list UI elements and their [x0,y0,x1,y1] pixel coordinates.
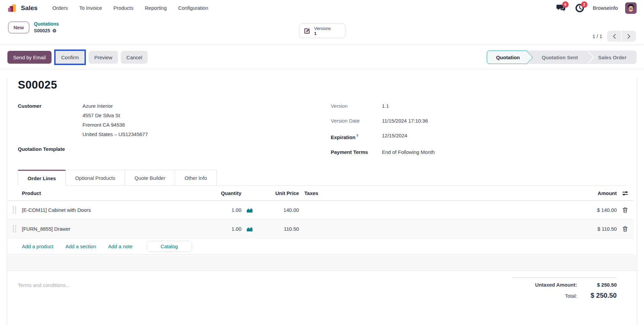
total-value: $ 250.50 [577,292,617,299]
new-button[interactable]: New [8,22,29,33]
nav-menu-reporting[interactable]: Reporting [145,5,167,11]
list-actions-row: Add a product Add a section Add a note C… [7,238,634,255]
column-product[interactable]: Product [22,190,197,196]
status-step-quotation[interactable]: Quotation [487,51,527,64]
pager-previous-button[interactable] [607,31,621,42]
amount-cell: $ 140.00 [563,207,617,213]
nav-menus: Orders To Invoice Products Reporting Con… [53,5,208,11]
app-brand[interactable]: Sales [7,3,38,13]
column-taxes[interactable]: Taxes [301,190,345,196]
terms-and-conditions-input[interactable]: Terms and conditions... [18,282,70,303]
gear-icon[interactable]: ⚙ [52,27,57,34]
breadcrumb-bar: New Quotations S00025 ⚙ Versions 1 1 / 1 [0,16,644,45]
unit-price-cell[interactable]: 110.50 [257,226,301,232]
optional-columns-button[interactable] [617,191,634,196]
version-date-value: 11/15/2024 17:10:36 [382,116,428,126]
column-amount[interactable]: Amount [563,190,617,196]
order-lines-table: Product Quantity Unit Price Taxes Amount… [7,186,637,255]
order-line-row[interactable]: [FURN_8855] Drawer 1.00 110.50 $ 110.50 [7,220,634,238]
quantity-cell[interactable]: 1.00 [197,226,241,232]
messages-button[interactable]: 6 [555,2,567,14]
messages-badge: 6 [562,1,569,8]
status-step-sales-order[interactable]: Sales Order [588,51,637,64]
add-a-product-link[interactable]: Add a product [22,243,53,249]
sales-app-icon [7,3,17,13]
version-label: Version [331,101,382,111]
status-bar: Send by Email Confirm Preview Cancel Quo… [0,45,644,70]
version-date-label: Version Date [331,116,382,126]
form-sheet: S00025 Customer Azure Interior 4557 De S… [7,78,637,325]
edit-note-icon [303,27,311,35]
nav-menu-to-invoice[interactable]: To Invoice [79,5,102,11]
catalog-button[interactable]: Catalog [147,241,192,252]
untaxed-amount-value: $ 250.50 [577,282,617,288]
drag-handle-icon[interactable] [7,206,22,214]
send-by-email-button[interactable]: Send by Email [7,51,52,64]
tab-other-info[interactable]: Other Info [175,170,217,186]
customer-label: Customer [18,101,82,139]
column-quantity[interactable]: Quantity [197,190,241,196]
totals-block: Untaxed Amount: $ 250.50 Total: $ 250.50 [512,278,617,303]
quotation-template-label: Quotation Template [18,144,82,154]
product-cell[interactable]: [FURN_8855] Drawer [22,226,197,232]
versions-button[interactable]: Versions 1 [299,24,345,38]
sheet-spacer [7,255,637,271]
notebook-tabs: Order Lines Optional Products Quote Buil… [18,170,626,186]
activities-button[interactable]: 2 [574,2,585,14]
customer-address-line: Fremont CA 94538 [82,120,148,130]
product-cell[interactable]: [E-COM11] Cabinet with Doors [22,207,197,213]
quantity-cell[interactable]: 1.00 [197,207,241,213]
breadcrumb-quotations[interactable]: Quotations [34,21,59,27]
confirm-button[interactable]: Confirm [56,51,85,64]
order-line-row[interactable]: [E-COM11] Cabinet with Doors 1.00 140.00… [7,201,634,220]
versions-label: Versions [314,26,331,31]
customer-address-line: United States – US12345677 [82,130,148,139]
drag-handle-icon[interactable] [7,225,22,232]
expiration-label: Expiration? [331,131,382,142]
status-pipeline: Quotation Quotation Sent Sales Order [487,51,637,64]
document-title: S00025 [18,78,626,91]
nav-menu-orders[interactable]: Orders [53,5,68,11]
total-label: Total: [565,293,577,299]
unit-price-cell[interactable]: 140.00 [257,207,301,213]
version-value: 1.1 [382,101,389,111]
pager-next-button[interactable] [622,31,636,42]
help-question-icon[interactable]: ? [356,134,359,138]
breadcrumb-current: S00025 [34,27,50,34]
pager-count: 1 / 1 [592,33,602,39]
forecast-chart-icon[interactable] [246,226,257,232]
payment-terms-field[interactable]: End of Following Month [382,148,435,157]
customer-name-field[interactable]: Azure Interior [82,101,148,111]
table-header-row: Product Quantity Unit Price Taxes Amount [7,186,634,201]
amount-cell: $ 110.50 [563,226,617,232]
nav-menu-configuration[interactable]: Configuration [178,5,208,11]
user-name[interactable]: Browseinfo [593,5,618,11]
column-unit-price[interactable]: Unit Price [257,190,301,196]
untaxed-amount-label: Untaxed Amount: [535,282,577,288]
activities-badge: 2 [581,1,587,8]
tab-optional-products[interactable]: Optional Products [66,170,125,186]
delete-row-button[interactable] [617,207,634,213]
forecast-chart-icon[interactable] [246,207,257,213]
user-avatar[interactable] [625,2,637,14]
delete-row-button[interactable] [617,226,634,232]
expiration-field[interactable]: 12/15/2024 [382,131,407,142]
app-name: Sales [21,4,38,12]
preview-button[interactable]: Preview [89,51,118,64]
customer-address-line: 4557 De Silva St [82,111,148,120]
payment-terms-label: Payment Terms [331,148,382,157]
cancel-button[interactable]: Cancel [121,51,148,64]
confirm-button-highlight: Confirm [54,50,86,65]
tab-order-lines[interactable]: Order Lines [18,170,66,186]
nav-menu-products[interactable]: Products [113,5,133,11]
breadcrumb: Quotations S00025 ⚙ [34,21,59,34]
add-a-section-link[interactable]: Add a section [65,243,96,249]
versions-count: 1 [314,31,331,36]
tab-quote-builder[interactable]: Quote Builder [125,170,175,186]
top-navbar: Sales Orders To Invoice Products Reporti… [0,0,644,16]
status-step-quotation-sent[interactable]: Quotation Sent [527,51,588,64]
add-a-note-link[interactable]: Add a note [108,243,133,249]
